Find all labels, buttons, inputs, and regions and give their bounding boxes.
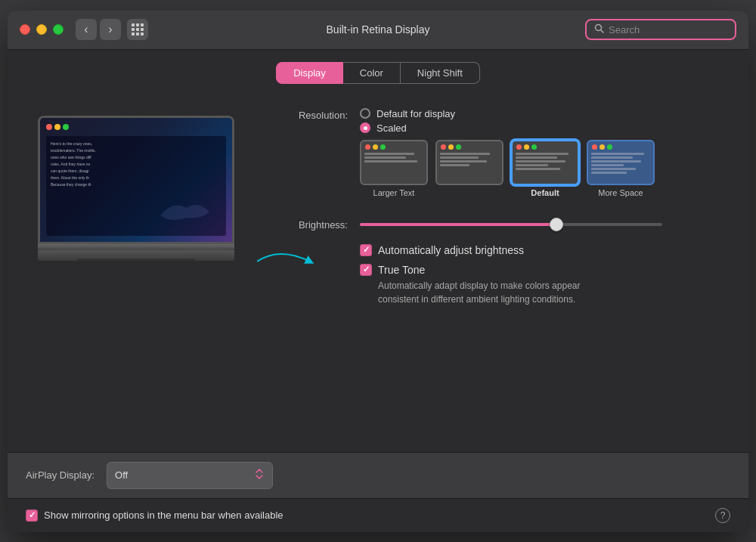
true-tone-row[interactable]: ✓ True Tone: [360, 264, 718, 276]
mirroring-checkbox[interactable]: ✓: [26, 509, 38, 522]
traffic-lights: [20, 24, 64, 35]
airplay-select-arrows-icon: [254, 467, 265, 484]
resolution-scaled-radio[interactable]: [360, 122, 370, 133]
forward-button[interactable]: ›: [100, 19, 121, 40]
brightness-slider-container[interactable]: [360, 217, 662, 232]
airplay-label: AirPlay Display:: [26, 469, 94, 481]
mirroring-row: ✓ Show mirroring options in the menu bar…: [8, 498, 748, 532]
macbook-base: [38, 250, 234, 261]
titlebar: ‹ › Built-in Retina Display: [8, 11, 748, 50]
grid-icon: [132, 23, 144, 36]
auto-brightness-checkbox[interactable]: ✓: [360, 244, 372, 256]
tab-display[interactable]: Display: [276, 62, 343, 84]
tabs-row: Display Color Night Shift: [8, 50, 748, 93]
search-icon: [594, 23, 604, 36]
resolution-default-radio[interactable]: [360, 108, 370, 119]
resolution-scaled-label: Scaled: [376, 122, 407, 134]
thumb-default-label: Default: [531, 188, 559, 197]
thumb-more-space-label: More Space: [598, 188, 643, 197]
thumb-larger-text[interactable]: Larger Text: [360, 140, 428, 197]
svg-point-0: [596, 25, 602, 31]
help-button[interactable]: ?: [715, 508, 730, 523]
main-window: ‹ › Built-in Retina Display: [8, 11, 748, 532]
settings-panel: Resolution: Default for display Scaled: [272, 108, 718, 437]
thumb-default[interactable]: Default: [511, 140, 579, 197]
true-tone-label: True Tone: [378, 264, 425, 276]
auto-brightness-row[interactable]: ✓ Automatically adjust brightness: [360, 244, 718, 256]
help-icon: ?: [720, 510, 726, 521]
thumb-more-space-img: [587, 140, 655, 185]
thumb-size2[interactable]: _: [435, 140, 503, 197]
thumb-more-space[interactable]: More Space: [587, 140, 655, 197]
macbook-panel: Here's to the crazy ones, troublemakers.…: [38, 108, 249, 437]
search-box[interactable]: [585, 19, 736, 40]
checkboxes-section: ✓ Automatically adjust brightness ✓ True…: [272, 244, 718, 306]
resolution-default-label: Default for display: [376, 108, 455, 119]
macbook-image: Here's to the crazy ones, troublemakers.…: [38, 116, 234, 261]
thumb-larger-text-img: [360, 140, 428, 185]
back-icon: ‹: [84, 23, 88, 36]
true-tone-section: ✓ True Tone Automatically adapt display …: [360, 264, 718, 306]
content-area: Here's to the crazy ones, troublemakers.…: [8, 93, 748, 452]
thumb-larger-text-label: Larger Text: [373, 188, 415, 197]
true-tone-checkbox[interactable]: ✓: [360, 264, 372, 276]
resolution-default-option[interactable]: Default for display: [360, 108, 655, 119]
macbook-screen: Here's to the crazy ones, troublemakers.…: [38, 116, 234, 244]
grid-view-button[interactable]: [127, 19, 148, 40]
airplay-bar: AirPlay Display: Off: [8, 452, 748, 498]
brightness-thumb[interactable]: [550, 218, 563, 231]
true-tone-checkmark: ✓: [363, 265, 370, 274]
screen-content: Here's to the crazy ones, troublemakers.…: [40, 118, 232, 242]
airplay-select[interactable]: Off: [107, 462, 273, 489]
nav-buttons: ‹ ›: [76, 19, 121, 40]
scaled-thumbnails: Larger Text: [360, 140, 655, 197]
mirroring-label: Show mirroring options in the menu bar w…: [44, 509, 284, 521]
annotation-arrow: [257, 250, 318, 273]
maximize-button[interactable]: [53, 24, 64, 35]
resolution-row: Resolution: Default for display Scaled: [272, 108, 718, 197]
resolution-options: Default for display Scaled: [360, 108, 655, 197]
window-title: Built-in Retina Display: [327, 23, 430, 36]
mirroring-checkmark: ✓: [29, 511, 36, 519]
minimize-button[interactable]: [36, 24, 47, 35]
tab-night-shift[interactable]: Night Shift: [401, 62, 480, 84]
close-button[interactable]: [20, 24, 30, 35]
auto-brightness-checkmark: ✓: [363, 246, 370, 254]
search-input[interactable]: [609, 24, 727, 36]
resolution-scaled-option[interactable]: Scaled: [360, 122, 655, 134]
resolution-label: Resolution:: [272, 108, 348, 121]
svg-line-1: [601, 30, 603, 33]
back-button[interactable]: ‹: [76, 19, 97, 40]
thumb-size2-img: [435, 140, 503, 185]
forward-icon: ›: [108, 23, 112, 36]
macbook-hinge: [38, 244, 234, 250]
airplay-value: Off: [115, 469, 128, 481]
true-tone-description: Automatically adapt display to make colo…: [378, 279, 620, 306]
tab-color[interactable]: Color: [343, 62, 401, 84]
thumb-default-img: [511, 140, 579, 185]
brightness-track: [360, 223, 662, 226]
brightness-row: Brightness:: [272, 217, 718, 232]
auto-brightness-label: Automatically adjust brightness: [378, 244, 524, 256]
brightness-label: Brightness:: [272, 218, 348, 231]
